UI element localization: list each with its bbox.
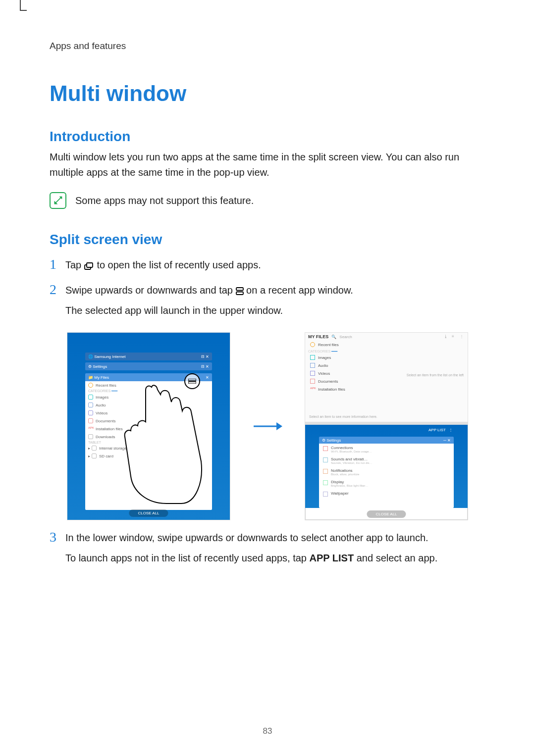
lp-cat: CATEGORIES (88, 389, 110, 393)
rp-images: Images (318, 355, 331, 360)
note-row: Some apps may not support this feature. (50, 192, 485, 209)
step-2-number: 2 (50, 283, 65, 297)
rp-videos: Videos (318, 371, 330, 376)
svg-rect-4 (188, 379, 196, 381)
lp-images: Images (96, 395, 108, 400)
step-2-text-pre: Swipe upwards or downwards and tap (65, 285, 236, 296)
step-1-text-post: to open the list of recently used apps. (97, 259, 261, 270)
rp-recent: Recent files (318, 343, 339, 347)
recent-card-settings: ⚙ Settings─ ✕ ConnectionsWi-Fi, Bluetoot… (319, 437, 454, 508)
lp-documents: Documents (96, 419, 115, 423)
svg-rect-3 (236, 292, 243, 295)
lp-downloads: Downloads (96, 435, 115, 439)
split-screen-icon (236, 287, 244, 295)
svg-rect-1 (87, 263, 93, 267)
crop-mark (20, 0, 27, 11)
rp-right-label: Select an item from the list on the left (407, 373, 464, 377)
svg-rect-2 (236, 288, 243, 291)
rp-r4: Display (331, 480, 368, 484)
figure-left-phone: 🌐 Samsung Internet⊟ ✕ ⚙ Settings⊟ ✕ 📁 My… (67, 332, 230, 520)
rp-documents: Documents (318, 379, 338, 384)
step-3-sub-post: and select an app. (354, 553, 437, 563)
rp-audio: Audio (318, 363, 328, 368)
rp-card-title: Settings (326, 438, 341, 443)
rp-r1-s: Wi-Fi, Bluetooth, Data usage… (331, 450, 372, 453)
step-2: 2 Swipe upwards or downwards and tap on … (50, 283, 485, 318)
lp-sd: SD card (99, 454, 113, 458)
rp-r2-s: Sounds, Vibration, Do not dis… (331, 461, 373, 464)
rp-cat: CATEGORIES (308, 350, 330, 353)
lp-audio: Audio (96, 403, 106, 407)
rp-r3-s: Block, allow, prioritize (331, 473, 359, 476)
step-3-text: In the lower window, swipe upwards or do… (65, 532, 428, 543)
step-1-number: 1 (50, 257, 65, 271)
figure-split-screen: 🌐 Samsung Internet⊟ ✕ ⚙ Settings⊟ ✕ 📁 My… (50, 332, 485, 520)
lp-recent: Recent files (96, 383, 116, 388)
step-2-text-post: on a recent app window. (246, 285, 353, 296)
intro-body: Multi window lets you run two apps at th… (50, 150, 485, 180)
rp-hint: Select an item to see more information h… (309, 415, 377, 418)
rp-search: Search (339, 335, 441, 339)
step-2-sub: The selected app will launch in the uppe… (65, 303, 485, 318)
figure-right-phone: MY FILES 🔍 Search ⭳≡⋮ Recent files CATEG… (305, 332, 468, 520)
app-list-label: APP LIST⋮ (428, 428, 453, 432)
note-text: Some apps may not support this feature. (75, 195, 254, 206)
recent-card-1: 🌐 Samsung Internet⊟ ✕ (85, 353, 212, 360)
close-all-right: CLOSE ALL (367, 510, 406, 518)
lp-install: Installation files (96, 427, 123, 431)
recent-card-3-title: My Files (94, 375, 109, 380)
split-heading: Split screen view (50, 232, 485, 248)
close-all-left: CLOSE ALL (129, 509, 168, 517)
page-number: 83 (0, 726, 535, 736)
rp-install: Installation files (318, 387, 345, 392)
rp-r2: Sounds and vibrati… (331, 457, 373, 461)
step-3-sub-pre: To launch apps not in the list of recent… (65, 553, 310, 563)
lp-videos: Videos (96, 411, 107, 415)
page-title: Multi window (50, 81, 485, 106)
step-3: 3 In the lower window, swipe upwards or … (50, 530, 485, 566)
rp-title: MY FILES (308, 334, 328, 339)
svg-marker-7 (276, 422, 282, 430)
page-section-header: Apps and features (50, 41, 485, 51)
recent-card-2-title: Settings (93, 364, 107, 369)
rp-r1: Connections (331, 446, 372, 450)
rp-r3: Notifications (331, 468, 359, 473)
recent-card-2: ⚙ Settings⊟ ✕ (85, 362, 212, 370)
recent-card-1-title: Samsung Internet (94, 354, 125, 359)
step-3-sub-bold: APP LIST (310, 553, 354, 563)
rp-r4-s: Brightness, Blue light filter… (331, 484, 368, 487)
intro-heading: Introduction (50, 129, 485, 145)
rp-r5: Wallpaper (331, 491, 349, 496)
arrow-icon (250, 420, 285, 432)
step-3-number: 3 (50, 530, 65, 544)
step-1-text-pre: Tap (65, 259, 84, 270)
rp-apk: APK (310, 387, 315, 392)
recents-icon (84, 262, 94, 270)
note-icon (50, 192, 66, 209)
step-1: 1 Tap to open the list of recently used … (50, 257, 485, 273)
hand-pointer-icon (122, 382, 206, 506)
